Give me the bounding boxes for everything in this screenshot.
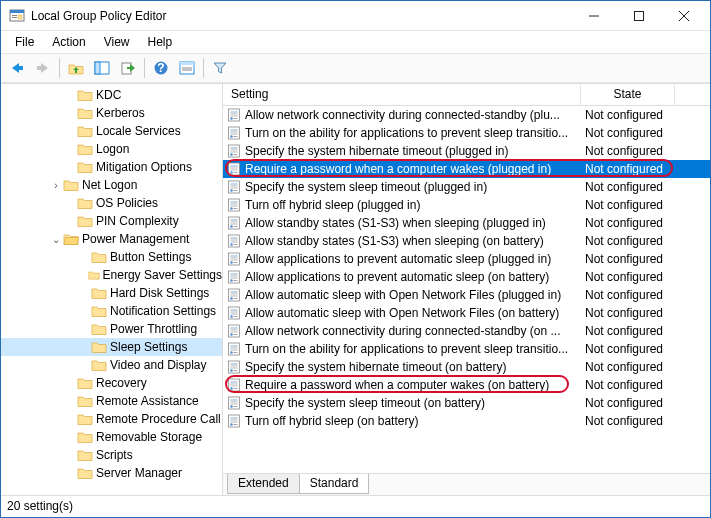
svg-rect-115 <box>234 388 238 389</box>
tree-item-label: Net Logon <box>82 178 137 192</box>
setting-state: Not configured <box>581 126 675 140</box>
tree-item[interactable]: OS Policies <box>1 194 222 212</box>
forward-button[interactable] <box>31 56 55 80</box>
setting-row[interactable]: Allow standby states (S1-S3) when sleepi… <box>223 214 710 232</box>
close-button[interactable] <box>661 1 706 31</box>
tree-item[interactable]: Energy Saver Settings <box>1 266 222 284</box>
tree-item[interactable]: Sleep Settings <box>1 338 222 356</box>
tree-item[interactable]: ›Net Logon <box>1 176 222 194</box>
list-header: Setting State <box>223 84 710 106</box>
up-button[interactable] <box>64 56 88 80</box>
export-list-button[interactable] <box>116 56 140 80</box>
tree-item[interactable]: Mitigation Options <box>1 158 222 176</box>
menu-help[interactable]: Help <box>140 33 181 51</box>
tree-item[interactable]: Removable Storage <box>1 428 222 446</box>
setting-row[interactable]: Turn on the ability for applications to … <box>223 124 710 142</box>
svg-rect-86 <box>229 307 240 319</box>
svg-rect-98 <box>229 343 240 355</box>
setting-row[interactable]: Allow automatic sleep with Open Network … <box>223 304 710 322</box>
setting-name: Allow automatic sleep with Open Network … <box>245 288 561 302</box>
show-hide-tree-button[interactable] <box>90 56 114 80</box>
tree-item[interactable]: Remote Assistance <box>1 392 222 410</box>
maximize-button[interactable] <box>616 1 661 31</box>
status-bar: 20 setting(s) <box>1 495 710 517</box>
menu-file[interactable]: File <box>7 33 42 51</box>
svg-rect-44 <box>229 181 240 193</box>
tree-item[interactable]: Remote Procedure Call <box>1 410 222 428</box>
svg-rect-31 <box>234 136 238 137</box>
tab-standard[interactable]: Standard <box>299 474 370 494</box>
tree-item[interactable]: Kerberos <box>1 104 222 122</box>
svg-rect-109 <box>234 370 238 371</box>
expand-icon[interactable]: ⌄ <box>49 234 63 245</box>
setting-state: Not configured <box>581 234 675 248</box>
setting-row[interactable]: Allow standby states (S1-S3) when sleepi… <box>223 232 710 250</box>
tree-item[interactable]: KDC <box>1 86 222 104</box>
expand-icon[interactable]: › <box>49 180 63 191</box>
tree-item[interactable]: Hard Disk Settings <box>1 284 222 302</box>
svg-rect-55 <box>234 208 238 209</box>
back-button[interactable] <box>5 56 29 80</box>
svg-rect-80 <box>229 289 240 301</box>
window-title: Local Group Policy Editor <box>31 9 571 23</box>
setting-row[interactable]: Allow applications to prevent automatic … <box>223 250 710 268</box>
setting-row[interactable]: Specify the system sleep timeout (plugge… <box>223 178 710 196</box>
svg-rect-91 <box>234 316 238 317</box>
tree-item[interactable]: Server Manager <box>1 464 222 482</box>
setting-state: Not configured <box>581 144 675 158</box>
svg-rect-10 <box>37 66 42 70</box>
tree-item[interactable]: Recovery <box>1 374 222 392</box>
tree-item[interactable]: Locale Services <box>1 122 222 140</box>
tree-item[interactable]: Power Throttling <box>1 320 222 338</box>
setting-name: Specify the system sleep timeout (on bat… <box>245 396 485 410</box>
setting-state: Not configured <box>581 162 675 176</box>
tree-item-label: OS Policies <box>96 196 158 210</box>
tree-item[interactable]: Notification Settings <box>1 302 222 320</box>
properties-button[interactable] <box>175 56 199 80</box>
setting-row[interactable]: Allow applications to prevent automatic … <box>223 268 710 286</box>
setting-row[interactable]: Specify the system hibernate timeout (pl… <box>223 142 710 160</box>
tree-item-label: Video and Display <box>110 358 207 372</box>
setting-row[interactable]: Specify the system hibernate timeout (on… <box>223 358 710 376</box>
setting-name: Specify the system hibernate timeout (on… <box>245 360 506 374</box>
setting-row[interactable]: Require a password when a computer wakes… <box>223 160 710 178</box>
svg-point-90 <box>230 315 232 317</box>
tree-item[interactable]: PIN Complexity <box>1 212 222 230</box>
setting-row[interactable]: Specify the system sleep timeout (on bat… <box>223 394 710 412</box>
svg-point-108 <box>230 369 232 371</box>
setting-row[interactable]: Allow network connectivity during connec… <box>223 106 710 124</box>
tree-item-label: Energy Saver Settings <box>103 268 222 282</box>
setting-row[interactable]: Turn on the ability for applications to … <box>223 340 710 358</box>
menu-view[interactable]: View <box>96 33 138 51</box>
svg-rect-25 <box>234 118 238 119</box>
tab-extended[interactable]: Extended <box>227 474 300 494</box>
tree-item[interactable]: Button Settings <box>1 248 222 266</box>
setting-row[interactable]: Allow automatic sleep with Open Network … <box>223 286 710 304</box>
tree-item[interactable]: Logon <box>1 140 222 158</box>
setting-row[interactable]: Turn off hybrid sleep (on battery)Not co… <box>223 412 710 430</box>
view-tabs: Extended Standard <box>223 473 710 495</box>
svg-text:?: ? <box>157 61 164 75</box>
console-tree[interactable]: KDCKerberosLocale ServicesLogonMitigatio… <box>1 84 223 495</box>
help-button[interactable]: ? <box>149 56 173 80</box>
tree-item[interactable]: ⌄Power Management <box>1 230 222 248</box>
filter-button[interactable] <box>208 56 232 80</box>
setting-name: Turn off hybrid sleep (plugged in) <box>245 198 420 212</box>
svg-rect-103 <box>234 352 238 353</box>
menu-action[interactable]: Action <box>44 33 93 51</box>
tree-item[interactable]: Video and Display <box>1 356 222 374</box>
minimize-button[interactable] <box>571 1 616 31</box>
setting-row[interactable]: Turn off hybrid sleep (plugged in)Not co… <box>223 196 710 214</box>
tree-item[interactable]: Scripts <box>1 446 222 464</box>
svg-rect-20 <box>229 109 240 121</box>
svg-point-78 <box>230 279 232 281</box>
settings-list[interactable]: Allow network connectivity during connec… <box>223 106 710 473</box>
setting-row[interactable]: Allow network connectivity during connec… <box>223 322 710 340</box>
svg-rect-79 <box>234 280 238 281</box>
setting-state: Not configured <box>581 288 675 302</box>
svg-point-96 <box>230 333 232 335</box>
setting-row[interactable]: Require a password when a computer wakes… <box>223 376 710 394</box>
column-state[interactable]: State <box>581 84 675 105</box>
svg-point-120 <box>230 405 232 407</box>
column-setting[interactable]: Setting <box>223 84 581 105</box>
